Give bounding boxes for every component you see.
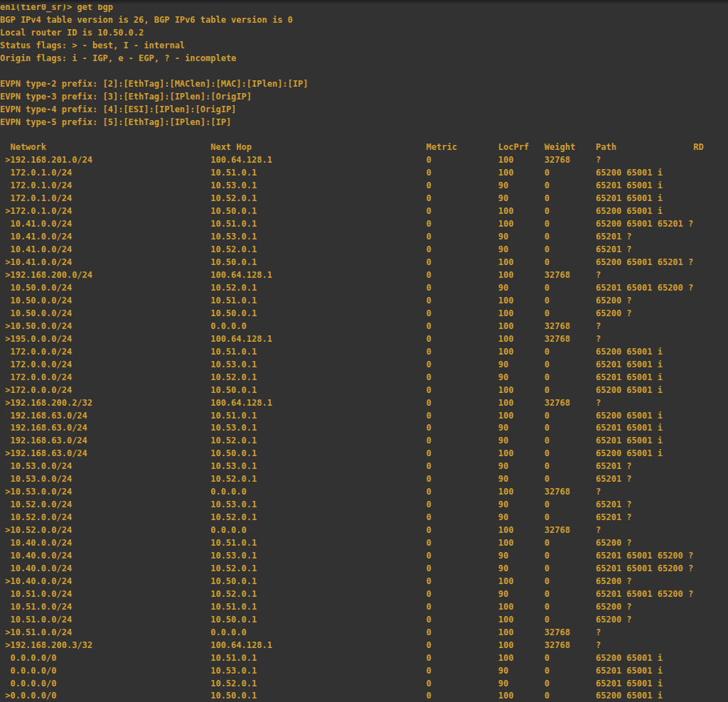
next-hop-cell: 10.52.0.1	[210, 372, 426, 384]
network-cell: 10.52.0.0/24	[10, 499, 210, 512]
metric-cell: 0	[427, 359, 498, 372]
path-cell: 65201 ?	[596, 512, 693, 524]
network-cell: 10.50.0.0/24	[10, 295, 210, 308]
metric-cell: 0	[427, 576, 498, 588]
best-flag	[0, 473, 10, 486]
bgp-route-row: 172.0.0.0/2410.53.0.1090065201 65001 i	[0, 359, 728, 372]
weight-cell: 0	[545, 512, 596, 524]
bgp-route-row: >172.0.1.0/2410.50.0.10100065200 65001 i	[0, 205, 728, 218]
next-hop-cell: 10.50.0.1	[210, 256, 426, 269]
bgp-route-row: >10.40.0.0/2410.50.0.10100065200 ?	[0, 576, 728, 588]
bgp-route-row: 172.0.1.0/2410.53.0.1090065201 65001 i	[0, 180, 728, 193]
bgp-route-row: 10.50.0.0/2410.52.0.1090065201 65001 652…	[0, 282, 728, 295]
weight-cell: 0	[545, 308, 596, 320]
evpn-legend-line: EVPN type-2 prefix: [2]:[EthTag]:[MAClen…	[0, 78, 728, 91]
weight-cell: 0	[545, 601, 596, 614]
metric-cell: 0	[427, 639, 498, 652]
next-hop-cell: 100.64.128.1	[210, 333, 426, 346]
bgp-route-row: 10.53.0.0/2410.52.0.1090065201 ?	[0, 473, 728, 486]
best-flag	[0, 231, 10, 244]
path-cell: 65200 65001 i	[596, 410, 693, 423]
bgp-route-row: 192.168.63.0/2410.52.0.1090065201 65001 …	[0, 435, 728, 448]
metric-cell: 0	[427, 448, 498, 460]
network-cell: 10.50.0.0/24	[10, 282, 210, 295]
best-flag	[0, 665, 10, 678]
path-cell: 65200 65001 i	[596, 384, 693, 397]
path-cell: ?	[596, 154, 693, 167]
weight-cell: 0	[545, 678, 596, 691]
next-hop-cell: 10.52.0.1	[210, 563, 426, 576]
locprf-cell: 100	[498, 537, 545, 550]
next-hop-cell: 10.51.0.1	[210, 410, 426, 423]
path-cell: 65201 65001 65200 ?	[596, 588, 693, 601]
bgp-summary-line: Origin flags: i - IGP, e - EGP, ? - inco…	[0, 53, 728, 65]
bgp-summary-line: BGP IPv4 table version is 26, BGP IPv6 t…	[0, 14, 728, 27]
next-hop-cell: 10.52.0.1	[210, 244, 426, 256]
best-flag	[0, 372, 10, 384]
bgp-route-row: 10.51.0.0/2410.50.0.10100065200 ?	[0, 614, 728, 627]
best-flag: >	[0, 269, 10, 282]
network-cell: 10.52.0.0/24	[10, 512, 210, 524]
weight-cell: 32768	[545, 320, 596, 333]
weight-cell: 32768	[545, 627, 596, 639]
metric-cell: 0	[427, 537, 498, 550]
best-flag	[0, 282, 10, 295]
bgp-route-row: 10.40.0.0/2410.52.0.1090065201 65001 652…	[0, 563, 728, 576]
bgp-route-row: 10.50.0.0/2410.50.0.10100065200 ?	[0, 308, 728, 320]
best-flag: >	[0, 576, 10, 588]
bgp-route-row: >192.168.200.3/32100.64.128.1010032768?	[0, 639, 728, 652]
network-cell: 192.168.200.3/32	[10, 639, 210, 652]
metric-cell: 0	[427, 282, 498, 295]
path-cell: ?	[596, 269, 693, 282]
path-cell: 65200 65001 i	[596, 205, 693, 218]
network-cell: 10.53.0.0/24	[10, 460, 210, 473]
weight-cell: 0	[545, 588, 596, 601]
path-cell: 65200 65001 i	[596, 346, 693, 359]
metric-cell: 0	[427, 320, 498, 333]
bgp-route-row: >10.50.0.0/240.0.0.0010032768?	[0, 320, 728, 333]
path-cell: 65201 65001 i	[596, 372, 693, 384]
bgp-route-row: 192.168.63.0/2410.51.0.10100065200 65001…	[0, 410, 728, 423]
best-flag	[0, 346, 10, 359]
cli-command-line: en1(tier0_sr)> get bgp	[0, 1, 728, 14]
metric-cell: 0	[427, 486, 498, 499]
best-flag: >	[0, 384, 10, 397]
bgp-route-row: >10.52.0.0/240.0.0.0010032768?	[0, 524, 728, 537]
path-cell: 65201 65001 i	[596, 359, 693, 372]
locprf-cell: 100	[498, 486, 545, 499]
network-cell: 10.53.0.0/24	[10, 486, 210, 499]
header-locprf: LocPrf	[498, 141, 545, 154]
header-network: Network	[10, 141, 210, 154]
locprf-cell: 90	[498, 550, 545, 563]
bgp-route-row: >192.168.201.0/24100.64.128.1010032768?	[0, 154, 728, 167]
network-cell: 172.0.0.0/24	[10, 359, 210, 372]
bgp-route-row: 10.51.0.0/2410.51.0.10100065200 ?	[0, 601, 728, 614]
evpn-legend-line: EVPN type-3 prefix: [3]:[EthTag]:[IPlen]…	[0, 91, 728, 104]
bgp-route-row: 172.0.1.0/2410.51.0.10100065200 65001 i	[0, 167, 728, 180]
path-cell: 65201 ?	[596, 460, 693, 473]
next-hop-cell: 100.64.128.1	[210, 269, 426, 282]
network-cell: 0.0.0.0/0	[10, 665, 210, 678]
header-path: Path	[596, 141, 693, 154]
locprf-cell: 100	[498, 652, 545, 665]
metric-cell: 0	[427, 167, 498, 180]
weight-cell: 0	[545, 499, 596, 512]
metric-cell: 0	[427, 231, 498, 244]
best-flag	[0, 410, 10, 423]
path-cell: 65201 65001 i	[596, 678, 693, 691]
best-flag	[0, 295, 10, 308]
metric-cell: 0	[427, 218, 498, 231]
terminal-screen[interactable]: en1(tier0_sr)> get bgp BGP IPv4 table ve…	[0, 0, 728, 702]
bgp-route-row: 192.168.63.0/2410.53.0.1090065201 65001 …	[0, 422, 728, 435]
next-hop-cell: 10.52.0.1	[210, 193, 426, 205]
bgp-summary-line: Status flags: > - best, I - internal	[0, 40, 728, 53]
bgp-route-row: 0.0.0.0/010.53.0.1090065201 65001 i	[0, 665, 728, 678]
metric-cell: 0	[427, 550, 498, 563]
weight-cell: 0	[545, 537, 596, 550]
next-hop-cell: 10.50.0.1	[210, 384, 426, 397]
weight-cell: 0	[545, 372, 596, 384]
path-cell: 65200 ?	[596, 537, 693, 550]
path-cell: 65200 ?	[596, 614, 693, 627]
bgp-route-row: >10.53.0.0/240.0.0.0010032768?	[0, 486, 728, 499]
best-flag	[0, 550, 10, 563]
